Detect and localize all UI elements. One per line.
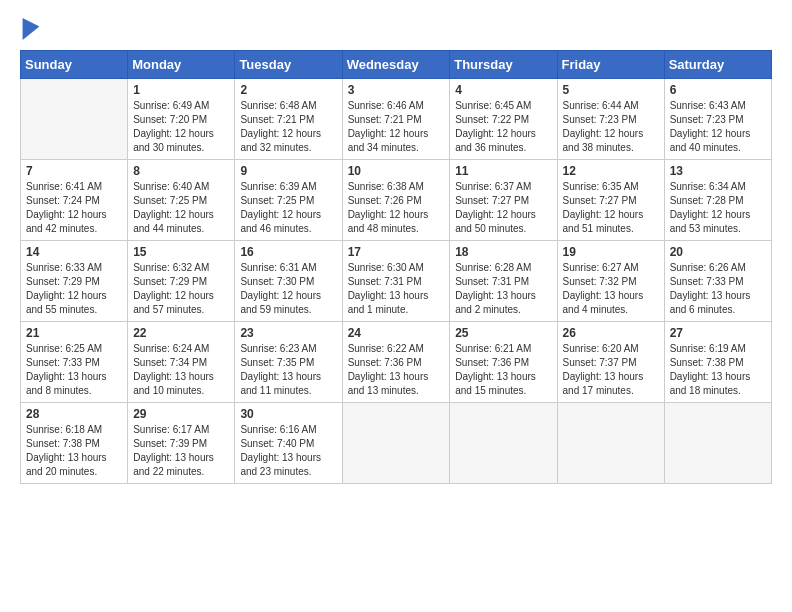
calendar-day-cell: 28Sunrise: 6:18 AMSunset: 7:38 PMDayligh… bbox=[21, 403, 128, 484]
calendar-day-cell: 3Sunrise: 6:46 AMSunset: 7:21 PMDaylight… bbox=[342, 79, 450, 160]
calendar-day-cell: 21Sunrise: 6:25 AMSunset: 7:33 PMDayligh… bbox=[21, 322, 128, 403]
day-number: 28 bbox=[26, 407, 122, 421]
calendar-day-cell: 16Sunrise: 6:31 AMSunset: 7:30 PMDayligh… bbox=[235, 241, 342, 322]
page-header bbox=[20, 20, 772, 40]
calendar-day-cell: 27Sunrise: 6:19 AMSunset: 7:38 PMDayligh… bbox=[664, 322, 771, 403]
calendar-day-cell: 17Sunrise: 6:30 AMSunset: 7:31 PMDayligh… bbox=[342, 241, 450, 322]
weekday-header-sunday: Sunday bbox=[21, 51, 128, 79]
calendar-day-cell: 6Sunrise: 6:43 AMSunset: 7:23 PMDaylight… bbox=[664, 79, 771, 160]
day-info: Sunrise: 6:45 AMSunset: 7:22 PMDaylight:… bbox=[455, 99, 551, 155]
day-number: 26 bbox=[563, 326, 659, 340]
calendar-day-cell: 5Sunrise: 6:44 AMSunset: 7:23 PMDaylight… bbox=[557, 79, 664, 160]
calendar-table: SundayMondayTuesdayWednesdayThursdayFrid… bbox=[20, 50, 772, 484]
day-info: Sunrise: 6:24 AMSunset: 7:34 PMDaylight:… bbox=[133, 342, 229, 398]
day-number: 21 bbox=[26, 326, 122, 340]
calendar-day-cell: 20Sunrise: 6:26 AMSunset: 7:33 PMDayligh… bbox=[664, 241, 771, 322]
calendar-day-cell: 10Sunrise: 6:38 AMSunset: 7:26 PMDayligh… bbox=[342, 160, 450, 241]
day-info: Sunrise: 6:49 AMSunset: 7:20 PMDaylight:… bbox=[133, 99, 229, 155]
calendar-day-cell bbox=[557, 403, 664, 484]
day-number: 11 bbox=[455, 164, 551, 178]
calendar-day-cell: 23Sunrise: 6:23 AMSunset: 7:35 PMDayligh… bbox=[235, 322, 342, 403]
calendar-day-cell: 15Sunrise: 6:32 AMSunset: 7:29 PMDayligh… bbox=[128, 241, 235, 322]
calendar-day-cell: 22Sunrise: 6:24 AMSunset: 7:34 PMDayligh… bbox=[128, 322, 235, 403]
day-info: Sunrise: 6:22 AMSunset: 7:36 PMDaylight:… bbox=[348, 342, 445, 398]
day-number: 29 bbox=[133, 407, 229, 421]
calendar-day-cell: 18Sunrise: 6:28 AMSunset: 7:31 PMDayligh… bbox=[450, 241, 557, 322]
calendar-day-cell bbox=[664, 403, 771, 484]
calendar-day-cell: 25Sunrise: 6:21 AMSunset: 7:36 PMDayligh… bbox=[450, 322, 557, 403]
day-number: 22 bbox=[133, 326, 229, 340]
day-number: 25 bbox=[455, 326, 551, 340]
day-info: Sunrise: 6:39 AMSunset: 7:25 PMDaylight:… bbox=[240, 180, 336, 236]
day-number: 12 bbox=[563, 164, 659, 178]
day-number: 27 bbox=[670, 326, 766, 340]
day-number: 14 bbox=[26, 245, 122, 259]
calendar-day-cell: 29Sunrise: 6:17 AMSunset: 7:39 PMDayligh… bbox=[128, 403, 235, 484]
day-info: Sunrise: 6:37 AMSunset: 7:27 PMDaylight:… bbox=[455, 180, 551, 236]
day-number: 23 bbox=[240, 326, 336, 340]
weekday-header-thursday: Thursday bbox=[450, 51, 557, 79]
calendar-day-cell: 11Sunrise: 6:37 AMSunset: 7:27 PMDayligh… bbox=[450, 160, 557, 241]
day-info: Sunrise: 6:44 AMSunset: 7:23 PMDaylight:… bbox=[563, 99, 659, 155]
svg-marker-0 bbox=[23, 18, 40, 40]
calendar-week-row: 14Sunrise: 6:33 AMSunset: 7:29 PMDayligh… bbox=[21, 241, 772, 322]
day-info: Sunrise: 6:23 AMSunset: 7:35 PMDaylight:… bbox=[240, 342, 336, 398]
day-number: 7 bbox=[26, 164, 122, 178]
weekday-header-tuesday: Tuesday bbox=[235, 51, 342, 79]
weekday-header-friday: Friday bbox=[557, 51, 664, 79]
day-number: 3 bbox=[348, 83, 445, 97]
calendar-day-cell: 9Sunrise: 6:39 AMSunset: 7:25 PMDaylight… bbox=[235, 160, 342, 241]
weekday-header-row: SundayMondayTuesdayWednesdayThursdayFrid… bbox=[21, 51, 772, 79]
day-info: Sunrise: 6:20 AMSunset: 7:37 PMDaylight:… bbox=[563, 342, 659, 398]
day-info: Sunrise: 6:26 AMSunset: 7:33 PMDaylight:… bbox=[670, 261, 766, 317]
day-info: Sunrise: 6:27 AMSunset: 7:32 PMDaylight:… bbox=[563, 261, 659, 317]
day-info: Sunrise: 6:17 AMSunset: 7:39 PMDaylight:… bbox=[133, 423, 229, 479]
day-number: 17 bbox=[348, 245, 445, 259]
day-info: Sunrise: 6:32 AMSunset: 7:29 PMDaylight:… bbox=[133, 261, 229, 317]
day-info: Sunrise: 6:19 AMSunset: 7:38 PMDaylight:… bbox=[670, 342, 766, 398]
calendar-day-cell: 24Sunrise: 6:22 AMSunset: 7:36 PMDayligh… bbox=[342, 322, 450, 403]
day-number: 4 bbox=[455, 83, 551, 97]
day-number: 24 bbox=[348, 326, 445, 340]
day-number: 5 bbox=[563, 83, 659, 97]
calendar-week-row: 21Sunrise: 6:25 AMSunset: 7:33 PMDayligh… bbox=[21, 322, 772, 403]
day-info: Sunrise: 6:18 AMSunset: 7:38 PMDaylight:… bbox=[26, 423, 122, 479]
day-number: 20 bbox=[670, 245, 766, 259]
weekday-header-wednesday: Wednesday bbox=[342, 51, 450, 79]
weekday-header-saturday: Saturday bbox=[664, 51, 771, 79]
day-info: Sunrise: 6:35 AMSunset: 7:27 PMDaylight:… bbox=[563, 180, 659, 236]
day-info: Sunrise: 6:43 AMSunset: 7:23 PMDaylight:… bbox=[670, 99, 766, 155]
day-number: 15 bbox=[133, 245, 229, 259]
day-number: 13 bbox=[670, 164, 766, 178]
day-number: 9 bbox=[240, 164, 336, 178]
calendar-day-cell: 26Sunrise: 6:20 AMSunset: 7:37 PMDayligh… bbox=[557, 322, 664, 403]
day-info: Sunrise: 6:28 AMSunset: 7:31 PMDaylight:… bbox=[455, 261, 551, 317]
day-info: Sunrise: 6:16 AMSunset: 7:40 PMDaylight:… bbox=[240, 423, 336, 479]
calendar-week-row: 1Sunrise: 6:49 AMSunset: 7:20 PMDaylight… bbox=[21, 79, 772, 160]
calendar-day-cell: 2Sunrise: 6:48 AMSunset: 7:21 PMDaylight… bbox=[235, 79, 342, 160]
day-info: Sunrise: 6:34 AMSunset: 7:28 PMDaylight:… bbox=[670, 180, 766, 236]
calendar-day-cell: 12Sunrise: 6:35 AMSunset: 7:27 PMDayligh… bbox=[557, 160, 664, 241]
day-info: Sunrise: 6:48 AMSunset: 7:21 PMDaylight:… bbox=[240, 99, 336, 155]
day-info: Sunrise: 6:41 AMSunset: 7:24 PMDaylight:… bbox=[26, 180, 122, 236]
day-number: 19 bbox=[563, 245, 659, 259]
day-info: Sunrise: 6:31 AMSunset: 7:30 PMDaylight:… bbox=[240, 261, 336, 317]
day-info: Sunrise: 6:30 AMSunset: 7:31 PMDaylight:… bbox=[348, 261, 445, 317]
day-info: Sunrise: 6:21 AMSunset: 7:36 PMDaylight:… bbox=[455, 342, 551, 398]
day-number: 18 bbox=[455, 245, 551, 259]
day-number: 16 bbox=[240, 245, 336, 259]
calendar-day-cell: 1Sunrise: 6:49 AMSunset: 7:20 PMDaylight… bbox=[128, 79, 235, 160]
day-info: Sunrise: 6:40 AMSunset: 7:25 PMDaylight:… bbox=[133, 180, 229, 236]
calendar-week-row: 28Sunrise: 6:18 AMSunset: 7:38 PMDayligh… bbox=[21, 403, 772, 484]
day-number: 6 bbox=[670, 83, 766, 97]
day-info: Sunrise: 6:33 AMSunset: 7:29 PMDaylight:… bbox=[26, 261, 122, 317]
day-number: 30 bbox=[240, 407, 336, 421]
logo bbox=[20, 20, 40, 40]
day-info: Sunrise: 6:46 AMSunset: 7:21 PMDaylight:… bbox=[348, 99, 445, 155]
day-number: 10 bbox=[348, 164, 445, 178]
weekday-header-monday: Monday bbox=[128, 51, 235, 79]
day-number: 1 bbox=[133, 83, 229, 97]
calendar-day-cell: 8Sunrise: 6:40 AMSunset: 7:25 PMDaylight… bbox=[128, 160, 235, 241]
calendar-day-cell bbox=[21, 79, 128, 160]
day-info: Sunrise: 6:25 AMSunset: 7:33 PMDaylight:… bbox=[26, 342, 122, 398]
